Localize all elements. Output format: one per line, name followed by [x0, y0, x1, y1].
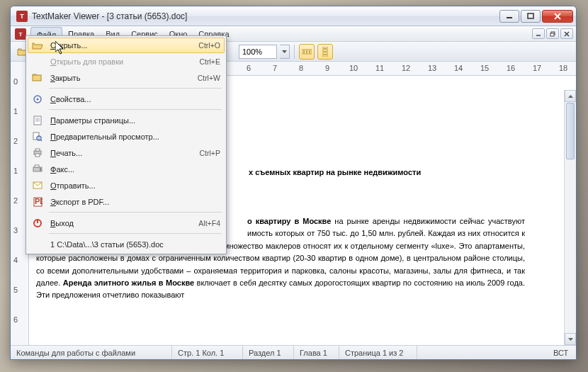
menu-item-shortcut: Ctrl+P — [200, 149, 220, 157]
status-chapter: Глава 1 — [294, 346, 339, 359]
svg-rect-1 — [528, 13, 533, 18]
menu-item-label: Закрыть — [50, 74, 198, 82]
menu-item-label: Открыть... — [50, 41, 198, 50]
svg-line-26 — [40, 140, 42, 141]
zoom-field[interactable]: 100% — [239, 45, 277, 59]
statusbar: Команды для работы с файлами Стр. 1 Кол.… — [11, 345, 576, 359]
svg-rect-31 — [35, 165, 39, 167]
svg-rect-28 — [35, 149, 40, 151]
status-section: Раздел 1 — [243, 346, 294, 359]
status-page: Страница 1 из 2 — [339, 346, 417, 359]
titlebar[interactable]: T TextMaker Viewer - [3 статьи (5653).do… — [11, 6, 576, 26]
blank-icon — [30, 239, 45, 250]
status-position: Стр. 1 Кол. 1 — [172, 346, 243, 359]
scroll-thumb[interactable] — [566, 103, 575, 159]
status-hint: Команды для работы с файлами — [11, 346, 172, 359]
print-icon — [30, 147, 45, 159]
window-title: TextMaker Viewer - [3 статьи (5653).doc] — [32, 11, 499, 21]
vertical-scrollbar[interactable] — [564, 90, 576, 345]
menu-item-label: Экспорт в PDF... — [50, 198, 220, 206]
minimize-button[interactable] — [499, 10, 519, 23]
zoom-dropdown[interactable] — [280, 45, 290, 59]
folder-open-icon — [30, 40, 45, 51]
menu-item-label: Выход — [50, 219, 198, 227]
send-icon — [30, 180, 45, 191]
menu-item: Открыть для правкиCtrl+E — [28, 53, 225, 69]
svg-rect-29 — [35, 154, 40, 157]
menu-item-shortcut: Alt+F4 — [198, 219, 220, 227]
menu-item-label: Предварительный просмотр... — [50, 133, 220, 141]
menu-item-label: Открыть для правки — [50, 57, 200, 66]
properties-icon — [30, 94, 45, 105]
pdf-icon: PDF — [30, 196, 45, 208]
preview-icon — [30, 131, 45, 142]
blank-icon — [30, 56, 45, 67]
doc-minimize-button[interactable] — [532, 28, 545, 39]
svg-rect-6 — [550, 33, 554, 36]
menu-item[interactable]: Печать...Ctrl+P — [28, 145, 225, 161]
svg-rect-32 — [40, 168, 41, 171]
maximize-button[interactable] — [521, 10, 541, 23]
svg-point-19 — [37, 98, 39, 100]
menu-item-label: Факс... — [50, 165, 220, 174]
menu-item[interactable]: PDFЭкспорт в PDF... — [28, 193, 225, 210]
app-menu-icon[interactable]: T — [15, 28, 26, 40]
menu-item-shortcut: Ctrl+E — [200, 57, 220, 66]
doc-restore-button[interactable] — [546, 28, 559, 39]
menu-item[interactable]: Предварительный просмотр... — [28, 128, 225, 145]
menu-item-label: Отправить... — [50, 181, 220, 190]
fax-icon — [30, 164, 45, 175]
menu-item-shortcut: Ctrl+O — [198, 41, 220, 50]
menu-item[interactable]: ЗакрытьCtrl+W — [28, 69, 225, 86]
page-setup-icon — [30, 115, 45, 126]
menu-item-label: Параметры страницы... — [50, 116, 220, 125]
menu-item-shortcut: Ctrl+W — [198, 74, 220, 82]
menu-item[interactable]: Факс... — [28, 161, 225, 177]
scroll-down-button[interactable] — [565, 333, 576, 345]
svg-rect-17 — [33, 75, 41, 81]
menu-item[interactable]: ВыходAlt+F4 — [28, 215, 225, 231]
menu-item[interactable]: Параметры страницы... — [28, 112, 225, 128]
menu-item[interactable]: Свойства... — [28, 91, 225, 107]
doc-close-button[interactable] — [560, 28, 573, 39]
ruler-v-toggle[interactable] — [317, 44, 333, 60]
status-insert-mode: ВСТ — [548, 346, 576, 359]
ruler-h-toggle[interactable] — [299, 44, 315, 60]
menu-item-label: Свойства... — [50, 95, 220, 103]
menu-item[interactable]: 1 C:\Data\...\3 статьи (5653).doc — [28, 236, 225, 252]
menu-item-label: 1 C:\Data\...\3 статьи (5653).doc — [50, 240, 220, 249]
scroll-up-button[interactable] — [565, 90, 576, 102]
folder-close-icon — [30, 72, 45, 84]
menu-item-label: Печать... — [50, 149, 200, 157]
mouse-cursor-icon — [55, 41, 65, 55]
exit-icon — [30, 218, 45, 229]
app-icon: T — [16, 11, 28, 22]
file-menu-dropdown: Открыть...Ctrl+OОткрыть для правкиCtrl+E… — [26, 35, 227, 254]
svg-rect-20 — [34, 116, 41, 125]
svg-text:PDF: PDF — [35, 197, 43, 205]
menu-item[interactable]: Отправить... — [28, 177, 225, 193]
close-button[interactable] — [542, 10, 573, 23]
status-spacer — [417, 346, 548, 359]
